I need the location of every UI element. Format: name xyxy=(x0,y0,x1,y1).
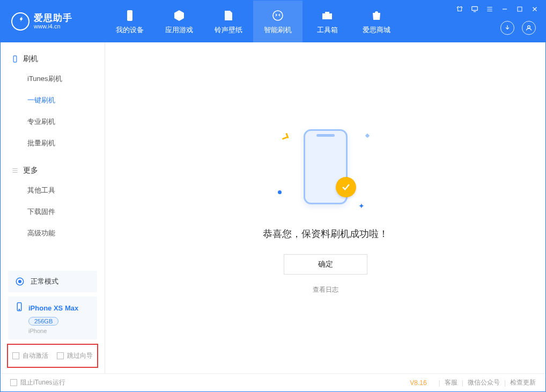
phone-icon xyxy=(122,8,137,23)
music-file-icon xyxy=(221,8,236,23)
sidebar-item-other-tools[interactable]: 其他工具 xyxy=(1,180,105,201)
device-name: iPhone XS Max xyxy=(28,304,78,312)
sidebar-item-one-click-flash[interactable]: 一键刷机 xyxy=(1,90,105,111)
sidebar: 刷机 iTunes刷机 一键刷机 专业刷机 批量刷机 更多 其他工具 下载固件 … xyxy=(1,42,105,373)
checkmark-badge-icon xyxy=(336,177,356,197)
mode-panel[interactable]: 正常模式 xyxy=(8,271,97,292)
checkbox-label: 自动激活 xyxy=(23,351,48,360)
success-message: 恭喜您，保资料刷机成功啦！ xyxy=(263,227,388,240)
version-label: V8.16 xyxy=(410,379,426,387)
nav-label: 铃声壁纸 xyxy=(215,25,242,35)
sidebar-item-pro-flash[interactable]: 专业刷机 xyxy=(1,111,105,132)
window-controls xyxy=(455,5,539,13)
menu-icon[interactable] xyxy=(485,5,494,13)
checkbox-icon xyxy=(10,379,17,386)
nav-label: 我的设备 xyxy=(116,25,144,35)
storage-badge: 256GB xyxy=(28,317,58,326)
skin-icon[interactable] xyxy=(455,5,464,13)
device-type: iPhone xyxy=(28,328,91,334)
svg-rect-4 xyxy=(13,56,17,62)
nav-toolbox[interactable]: 工具箱 xyxy=(302,1,352,42)
group-title: 刷机 xyxy=(23,54,38,64)
checkbox-icon xyxy=(12,352,19,359)
check-update-link[interactable]: 检查更新 xyxy=(510,378,536,387)
phone-outline-icon xyxy=(11,55,19,63)
feedback-icon[interactable] xyxy=(470,5,479,13)
download-button[interactable] xyxy=(500,21,514,35)
svg-rect-0 xyxy=(127,10,132,21)
highlighted-options: 自动激活 跳过向导 xyxy=(7,344,98,368)
logo-icon xyxy=(11,12,29,31)
svg-rect-2 xyxy=(518,7,522,11)
device-phone-icon xyxy=(14,302,24,314)
success-block: ✦ 恭喜您，保资料刷机成功啦！ 确定 查看日志 xyxy=(263,121,388,294)
cube-icon xyxy=(172,8,187,23)
nav-my-device[interactable]: 我的设备 xyxy=(105,1,154,42)
app-subtitle: www.i4.cn xyxy=(34,23,72,29)
nav-store[interactable]: 爱思商城 xyxy=(352,1,401,42)
app-window: 爱思助手 www.i4.cn 我的设备 应用游戏 铃声壁纸 智能刷机 xyxy=(0,0,546,392)
sidebar-item-advanced[interactable]: 高级功能 xyxy=(1,223,105,244)
svg-point-8 xyxy=(19,309,20,310)
sidebar-group-more: 更多 xyxy=(1,161,105,180)
sidebar-group-flash: 刷机 xyxy=(1,50,105,68)
refresh-shield-icon xyxy=(270,8,285,23)
auto-activate-checkbox[interactable]: 自动激活 xyxy=(12,351,48,360)
mode-label: 正常模式 xyxy=(31,277,58,286)
skip-guide-checkbox[interactable]: 跳过向导 xyxy=(57,351,93,360)
sidebar-item-download-firmware[interactable]: 下载固件 xyxy=(1,201,105,223)
nav-apps-games[interactable]: 应用游戏 xyxy=(154,1,204,42)
top-nav: 我的设备 应用游戏 铃声壁纸 智能刷机 工具箱 爱思商城 xyxy=(105,1,401,42)
maximize-button[interactable] xyxy=(515,5,524,13)
group-title: 更多 xyxy=(23,166,38,175)
toolbox-icon xyxy=(320,8,335,23)
checkbox-label: 阻止iTunes运行 xyxy=(20,378,65,387)
customer-service-link[interactable]: 客服 xyxy=(445,378,458,387)
bag-icon xyxy=(369,8,384,23)
svg-rect-1 xyxy=(472,6,478,10)
user-button[interactable] xyxy=(522,21,536,35)
header: 爱思助手 www.i4.cn 我的设备 应用游戏 铃声壁纸 智能刷机 xyxy=(1,1,545,42)
list-icon xyxy=(11,167,19,174)
close-button[interactable] xyxy=(530,5,539,13)
checkbox-label: 跳过向导 xyxy=(67,351,93,360)
nav-label: 工具箱 xyxy=(317,25,338,35)
sidebar-item-batch-flash[interactable]: 批量刷机 xyxy=(1,132,105,154)
normal-mode-icon xyxy=(14,276,25,287)
header-actions xyxy=(500,21,536,35)
plus-icon: ✦ xyxy=(358,202,365,210)
device-panels: 正常模式 iPhone XS Max 256GB iPhone xyxy=(1,271,105,344)
checkbox-icon xyxy=(57,352,64,359)
stop-itunes-checkbox[interactable]: 阻止iTunes运行 xyxy=(10,378,65,387)
diamond-icon xyxy=(365,134,369,138)
success-illustration: ✦ xyxy=(275,121,377,212)
minimize-button[interactable] xyxy=(500,5,509,13)
nav-label: 应用游戏 xyxy=(165,25,193,35)
dot-icon xyxy=(278,190,282,194)
device-panel[interactable]: iPhone XS Max 256GB iPhone xyxy=(8,297,97,339)
nav-label: 智能刷机 xyxy=(264,25,292,35)
app-title: 爱思助手 xyxy=(34,13,72,24)
nav-ringtones[interactable]: 铃声壁纸 xyxy=(204,1,253,42)
main-content: ✦ 恭喜您，保资料刷机成功啦！ 确定 查看日志 xyxy=(105,42,545,373)
svg-point-6 xyxy=(19,280,21,283)
body: 刷机 iTunes刷机 一键刷机 专业刷机 批量刷机 更多 其他工具 下载固件 … xyxy=(1,42,545,373)
sidebar-item-itunes-flash[interactable]: iTunes刷机 xyxy=(1,68,105,90)
view-log-link[interactable]: 查看日志 xyxy=(263,285,388,294)
logo: 爱思助手 www.i4.cn xyxy=(1,1,105,42)
nav-smart-flash[interactable]: 智能刷机 xyxy=(253,1,302,42)
status-bar: 阻止iTunes运行 V8.16 | 客服 | 微信公众号 | 检查更新 xyxy=(1,373,545,391)
nav-label: 爱思商城 xyxy=(363,25,390,35)
wechat-link[interactable]: 微信公众号 xyxy=(468,378,500,387)
svg-point-3 xyxy=(528,26,530,28)
confirm-button[interactable]: 确定 xyxy=(284,254,367,275)
